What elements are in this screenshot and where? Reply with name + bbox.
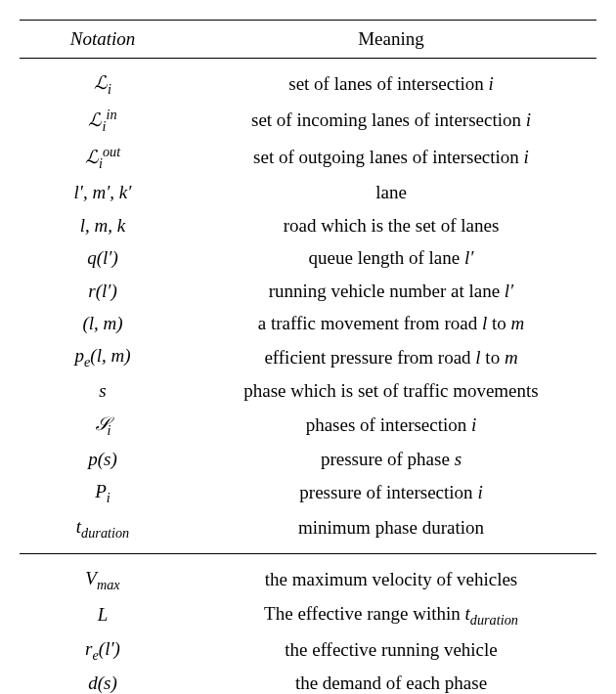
meaning-cell: the maximum velocity of vehicles xyxy=(186,553,596,596)
notation-cell: l, m, k xyxy=(20,209,186,241)
meaning-cell: pressure of intersection i xyxy=(186,475,596,510)
table-row: tdurationminimum phase duration xyxy=(20,510,596,553)
notation-cell: re(l′) xyxy=(20,632,186,668)
notation-cell: pe(l, m) xyxy=(20,339,186,374)
table-row: pe(l, m)efficient pressure from road l t… xyxy=(20,339,596,374)
table-row: p(s)pressure of phase s xyxy=(20,443,596,475)
table-row: q(l′)queue length of lane l′ xyxy=(20,241,596,274)
meaning-cell: running vehicle number at lane l′ xyxy=(186,275,596,307)
table-row: Pipressure of intersection i xyxy=(20,475,596,510)
meaning-cell: The effective range within tduration xyxy=(186,597,596,632)
header-row: Notation Meaning xyxy=(20,21,596,59)
table-row: Vmaxthe maximum velocity of vehicles xyxy=(20,553,596,596)
meaning-cell: set of lanes of intersection i xyxy=(186,66,596,102)
meaning-cell: queue length of lane l′ xyxy=(186,241,596,274)
table-row: ℒiinset of incoming lanes of intersectio… xyxy=(20,102,596,139)
meaning-cell: minimum phase duration xyxy=(186,510,596,553)
meaning-cell: lane xyxy=(186,176,596,208)
table-row: r(l′)running vehicle number at lane l′ xyxy=(20,275,596,307)
table-row: l′, m′, k′lane xyxy=(20,176,596,208)
notation-cell: tduration xyxy=(20,510,186,553)
notation-cell: l′, m′, k′ xyxy=(20,176,186,208)
meaning-cell: set of outgoing lanes of intersection i xyxy=(186,139,596,176)
notation-cell: q(l′) xyxy=(20,241,186,274)
notation-cell: s xyxy=(20,374,186,407)
spacer xyxy=(20,59,596,67)
table-row: sphase which is set of traffic movements xyxy=(20,374,596,407)
meaning-cell: set of incoming lanes of intersection i xyxy=(186,102,596,139)
notation-cell: Pi xyxy=(20,475,186,510)
meaning-cell: phases of intersection i xyxy=(186,408,596,443)
notation-cell: d(s) xyxy=(20,667,186,694)
col-header-notation: Notation xyxy=(20,21,186,59)
meaning-cell: pressure of phase s xyxy=(186,443,596,475)
notation-cell: 𝒮i xyxy=(20,408,186,443)
notation-cell: Vmax xyxy=(20,553,186,596)
table-row: LThe effective range within tduration xyxy=(20,597,596,632)
notation-cell: ℒiin xyxy=(20,102,186,139)
notation-table: Notation Meaning ℒiset of lanes of inter… xyxy=(20,20,596,694)
table-body: ℒiset of lanes of intersection iℒiinset … xyxy=(20,59,596,695)
notation-cell: (l, m) xyxy=(20,307,186,339)
meaning-cell: phase which is set of traffic movements xyxy=(186,374,596,407)
meaning-cell: efficient pressure from road l to m xyxy=(186,339,596,374)
table-row: (l, m)a traffic movement from road l to … xyxy=(20,307,596,339)
meaning-cell: a traffic movement from road l to m xyxy=(186,307,596,339)
table-row: ℒiset of lanes of intersection i xyxy=(20,66,596,102)
notation-cell: ℒi xyxy=(20,66,186,102)
notation-cell: ℒiout xyxy=(20,139,186,176)
notation-cell: r(l′) xyxy=(20,275,186,307)
meaning-cell: the effective running vehicle xyxy=(186,632,596,668)
table-row: 𝒮iphases of intersection i xyxy=(20,408,596,443)
table-row: ℒioutset of outgoing lanes of intersecti… xyxy=(20,139,596,176)
col-header-meaning: Meaning xyxy=(186,21,596,59)
notation-cell: L xyxy=(20,597,186,632)
table-row: l, m, kroad which is the set of lanes xyxy=(20,209,596,241)
meaning-cell: the demand of each phase xyxy=(186,667,596,694)
notation-cell: p(s) xyxy=(20,443,186,475)
meaning-cell: road which is the set of lanes xyxy=(186,209,596,241)
table-row: d(s)the demand of each phase xyxy=(20,667,596,694)
table-row: re(l′)the effective running vehicle xyxy=(20,632,596,668)
